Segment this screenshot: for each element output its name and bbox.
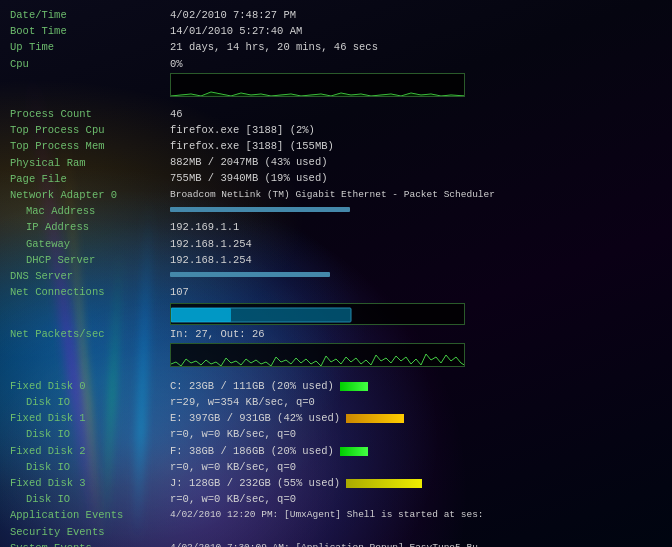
physical-ram-label: Physical Ram: [10, 156, 170, 171]
dhcp-server-value: 192.168.1.254: [170, 253, 662, 268]
fixed-disk2-value: F: 38GB / 186GB (20% used): [170, 444, 334, 459]
fixed-disk1-label: Fixed Disk 1: [10, 411, 170, 426]
fixed-disk2-label: Fixed Disk 2: [10, 444, 170, 459]
network-adapter-value: Broadcom NetLink (TM) Gigabit Ethernet -…: [170, 188, 662, 203]
net-packets-label: Net Packets/sec: [10, 327, 170, 342]
boottime-label: Boot Time: [10, 24, 170, 39]
fixed-disk1-value-line: E: 397GB / 931GB (42% used): [170, 411, 662, 426]
uptime-value: 21 days, 14 hrs, 20 mins, 46 secs: [170, 40, 662, 55]
gateway-label: Gateway: [10, 237, 170, 252]
app-events-label: Application Events: [10, 508, 170, 523]
fixed-disk1-bar: [346, 414, 404, 423]
datetime-value: 4/02/2010 7:48:27 PM: [170, 8, 662, 23]
disk-io3-label: Disk IO: [10, 492, 170, 507]
fixed-disk3-label: Fixed Disk 3: [10, 476, 170, 491]
disk-io0-label: Disk IO: [10, 395, 170, 410]
fixed-disk2-value-line: F: 38GB / 186GB (20% used): [170, 444, 662, 459]
network-adapter-label: Network Adapter 0: [10, 188, 170, 203]
disk-io2-label: Disk IO: [10, 460, 170, 475]
dns-server-label: DNS Server: [10, 269, 170, 284]
top-process-mem-label: Top Process Mem: [10, 139, 170, 154]
fixed-disk3-value: J: 128GB / 232GB (55% used): [170, 476, 340, 491]
system-events-label: System Events: [10, 541, 170, 547]
cpu-value: 0%: [170, 57, 662, 72]
process-count-value: 46: [170, 107, 662, 122]
net-connections-chart: [170, 303, 465, 325]
physical-ram-bar-container: 882MB / 2047MB (43% used): [170, 156, 662, 170]
mac-address-value: [170, 204, 662, 219]
top-process-mem-value: firefox.exe [3188] (155MB): [170, 139, 662, 154]
mac-address-label: Mac Address: [10, 204, 170, 219]
fixed-disk0-value: C: 23GB / 111GB (20% used): [170, 379, 334, 394]
fixed-disk2-bar: [340, 447, 368, 456]
cpu-chart: [170, 73, 465, 97]
top-process-cpu-label: Top Process Cpu: [10, 123, 170, 138]
security-events-value: [170, 525, 662, 540]
svg-rect-6: [171, 308, 231, 322]
disk-io3-value: r=0, w=0 KB/sec, q=0: [170, 492, 662, 507]
boottime-value: 14/01/2010 5:27:40 AM: [170, 24, 662, 39]
net-connections-value: 107: [170, 285, 662, 300]
fixed-disk0-bar: [340, 382, 368, 391]
ip-address-value: 192.169.1.1: [170, 220, 662, 235]
page-file-label: Page File: [10, 172, 170, 187]
cpu-label: Cpu: [10, 57, 170, 72]
dhcp-server-label: DHCP Server: [10, 253, 170, 268]
dns-server-bar: [170, 269, 662, 284]
process-count-label: Process Count: [10, 107, 170, 122]
info-panel: Date/Time 4/02/2010 7:48:27 PM Boot Time…: [0, 0, 672, 547]
physical-ram-value: 882MB / 2047MB (43% used): [170, 155, 328, 170]
fixed-disk0-label: Fixed Disk 0: [10, 379, 170, 394]
fixed-disk3-bar: [346, 479, 422, 488]
fixed-disk0-value-line: C: 23GB / 111GB (20% used): [170, 379, 662, 394]
uptime-label: Up Time: [10, 40, 170, 55]
top-process-cpu-value: firefox.exe [3188] (2%): [170, 123, 662, 138]
net-packets-value: In: 27, Out: 26: [170, 327, 662, 342]
disk-io0-value: r=29, w=354 KB/sec, q=0: [170, 395, 662, 410]
gateway-value: 192.168.1.254: [170, 237, 662, 252]
datetime-label: Date/Time: [10, 8, 170, 23]
svg-rect-1: [170, 207, 350, 212]
ip-address-label: IP Address: [10, 220, 170, 235]
system-events-value: 4/02/2010 7:30:09 AM: [Application Popup…: [170, 541, 662, 547]
fixed-disk1-value: E: 397GB / 931GB (42% used): [170, 411, 340, 426]
page-file-bar-container: 755MB / 3940MB (19% used): [170, 172, 662, 186]
disk-io1-label: Disk IO: [10, 427, 170, 442]
net-connections-label: Net Connections: [10, 285, 170, 300]
svg-rect-2: [170, 272, 330, 277]
net-packets-chart: [170, 343, 465, 367]
app-events-value: 4/02/2010 12:20 PM: [UmxAgent] Shell is …: [170, 508, 662, 523]
page-file-value: 755MB / 3940MB (19% used): [170, 171, 328, 186]
system-info-grid: Date/Time 4/02/2010 7:48:27 PM Boot Time…: [10, 8, 662, 547]
disk-io1-value: r=0, w=0 KB/sec, q=0: [170, 427, 662, 442]
disk-io2-value: r=0, w=0 KB/sec, q=0: [170, 460, 662, 475]
security-events-label: Security Events: [10, 525, 170, 540]
fixed-disk3-value-line: J: 128GB / 232GB (55% used): [170, 476, 662, 491]
